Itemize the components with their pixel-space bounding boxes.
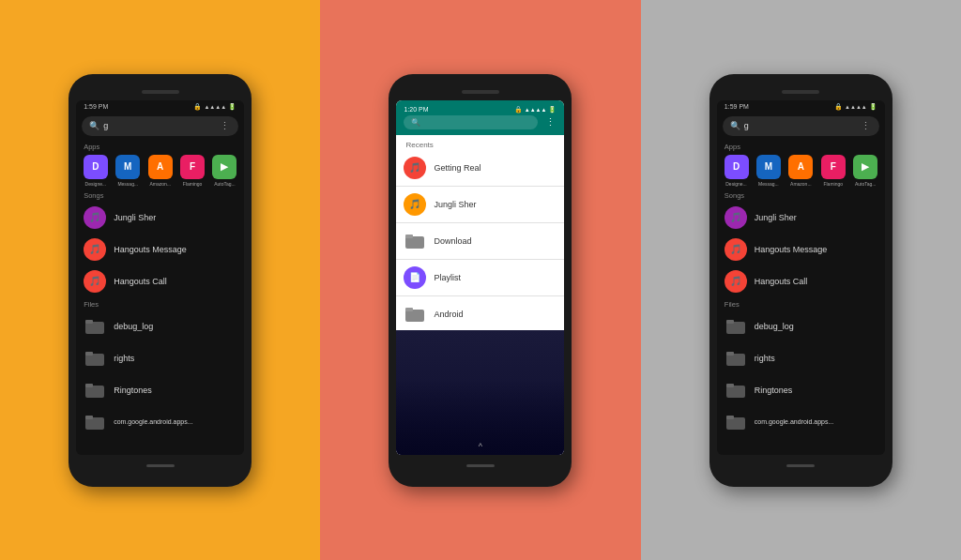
middle-search-row: 🔍 ⋮ [404, 115, 557, 129]
rights-text-left: rights [114, 354, 134, 363]
right-home-indicator [786, 464, 815, 467]
middle-phone-bottom [396, 459, 564, 474]
list-item[interactable]: debug_log [717, 310, 885, 342]
left-status-icons: 🔒 ▲▲▲▲ 🔋 [193, 103, 236, 111]
middle-search-bar[interactable]: 🔍 [404, 115, 538, 129]
app-label-messages-r: Messag... [755, 181, 782, 187]
middle-speaker [462, 90, 499, 94]
list-item[interactable]: Download [396, 225, 564, 257]
list-item[interactable]: 🎵 Hangouts Message [717, 234, 885, 265]
hangouts-call-icon-left: 🎵 [84, 270, 106, 293]
list-item[interactable]: debug_log [76, 310, 244, 342]
list-item[interactable]: 🎵 Getting Real [396, 152, 564, 184]
left-search-bar[interactable]: 🔍 g ⋮ [82, 116, 238, 136]
svg-rect-5 [85, 384, 93, 387]
list-item[interactable]: rights [76, 342, 244, 374]
app-label-flamingo: Flamingo [178, 181, 206, 187]
jungli-sher-text-right: Jungli Sher [755, 213, 797, 222]
app-icon-messages-r: M [756, 155, 781, 179]
jungli-sher-icon-mid: 🎵 [404, 193, 426, 216]
app-label-designer: Designe... [82, 181, 109, 187]
right-screen: 1:59 PM 🔒 ▲▲▲▲ 🔋 🔍 g ⋮ Apps D Designe... [717, 100, 885, 455]
svg-rect-19 [726, 416, 734, 419]
right-phone: 1:59 PM 🔒 ▲▲▲▲ 🔋 🔍 g ⋮ Apps D Designe... [709, 74, 892, 487]
list-item[interactable]: F Flamingo [819, 155, 847, 187]
hangouts-msg-text-left: Hangouts Message [114, 245, 187, 254]
app-label-autotag: AutoTag... [211, 181, 238, 187]
middle-search-menu[interactable]: ⋮ [545, 116, 557, 129]
left-search-menu[interactable]: ⋮ [220, 120, 231, 132]
right-search-menu[interactable]: ⋮ [861, 120, 872, 132]
list-item[interactable]: A Amazon... [146, 155, 174, 187]
list-item[interactable]: 🎵 Hangouts Call [717, 265, 885, 297]
divider [396, 186, 564, 187]
list-item[interactable]: ▶ AutoTag... [851, 155, 878, 187]
right-status-icons: 🔒 ▲▲▲▲ 🔋 [834, 103, 877, 111]
com-google-text-right: com.google.android.apps... [755, 418, 833, 425]
hangouts-call-icon-right: 🎵 [725, 270, 747, 293]
left-panel: 1:59 PM 🔒 ▲▲▲▲ 🔋 🔍 g ⋮ Apps D Designe... [0, 0, 320, 560]
svg-rect-15 [726, 352, 734, 356]
list-item[interactable]: Ringtones [76, 374, 244, 406]
right-songs-label: Songs [717, 189, 885, 202]
right-time: 1:59 PM [725, 103, 749, 110]
middle-panel: 1:20 PM 🔒 ▲▲▲▲ 🔋 🔍 ⋮ Rece [320, 0, 640, 560]
debug-log-text-left: debug_log [114, 322, 153, 331]
left-apps-label: Apps [76, 140, 244, 153]
middle-search-icon: 🔍 [411, 118, 420, 127]
list-item[interactable]: 📄 Playlist [396, 262, 564, 294]
list-item[interactable]: Android [396, 298, 564, 330]
com-google-text-left: com.google.android.apps... [114, 418, 192, 425]
left-songs-label: Songs [76, 189, 244, 202]
middle-screen: 1:20 PM 🔒 ▲▲▲▲ 🔋 🔍 ⋮ Rece [396, 100, 564, 455]
svg-rect-1 [85, 320, 93, 324]
list-item[interactable]: ▶ AutoTag... [211, 155, 238, 187]
jungli-sher-text-left: Jungli Sher [114, 213, 156, 222]
right-search-icon: 🔍 [730, 121, 740, 130]
list-item[interactable]: 🎵 Jungli Sher [717, 202, 885, 234]
list-item[interactable]: M Messag... [114, 155, 142, 187]
download-icon-mid [404, 230, 426, 252]
app-icon-flamingo-r: F [821, 155, 846, 179]
list-item[interactable]: 🎵 Jungli Sher [396, 189, 564, 220]
app-icon-autotag: ▶ [212, 155, 236, 179]
list-item[interactable]: 🎵 Hangouts Call [76, 265, 244, 297]
right-search-bar[interactable]: 🔍 g ⋮ [723, 116, 879, 136]
debug-log-text-right: debug_log [755, 322, 794, 331]
app-icon-messages: M [115, 155, 140, 179]
android-text-mid: Android [434, 310, 463, 319]
jungli-sher-text-mid: Jungli Sher [434, 200, 476, 209]
list-item[interactable]: com.google.android.apps... [76, 406, 244, 438]
getting-real-text: Getting Real [434, 163, 480, 173]
app-icon-amazon: A [148, 155, 173, 179]
hangouts-msg-text-right: Hangouts Message [755, 245, 828, 254]
chevron-up-icon[interactable]: ^ [479, 442, 482, 451]
left-search-query: g [103, 121, 220, 130]
left-time: 1:59 PM [84, 103, 108, 110]
list-item[interactable]: A Amazon... [787, 155, 815, 187]
debug-log-icon-right [725, 315, 747, 338]
svg-rect-13 [726, 320, 734, 324]
list-item[interactable]: 🎵 Hangouts Message [76, 234, 244, 265]
list-item[interactable]: D Designe... [723, 155, 750, 187]
list-item[interactable]: F Flamingo [178, 155, 206, 187]
app-label-messages: Messag... [114, 181, 142, 187]
list-item[interactable]: M Messag... [755, 155, 782, 187]
list-item[interactable]: Ringtones [717, 374, 885, 406]
hangouts-msg-icon-right: 🎵 [725, 238, 747, 261]
rights-text-right: rights [755, 354, 775, 363]
com-google-icon-right [725, 411, 747, 433]
divider [396, 222, 564, 223]
list-item[interactable]: com.google.android.apps... [717, 406, 885, 438]
left-status-bar: 1:59 PM 🔒 ▲▲▲▲ 🔋 [76, 100, 244, 113]
list-item[interactable]: 🎵 Jungli Sher [76, 202, 244, 234]
app-icon-amazon-r: A [788, 155, 813, 179]
recents-container: Recents 🎵 Getting Real 🎵 Jungli Sher Dow… [396, 135, 564, 455]
android-icon-mid [404, 303, 426, 325]
left-notch [76, 87, 244, 97]
list-item[interactable]: D Designe... [82, 155, 109, 187]
middle-phone: 1:20 PM 🔒 ▲▲▲▲ 🔋 🔍 ⋮ Rece [389, 74, 572, 487]
list-item[interactable]: rights [717, 342, 885, 374]
svg-rect-7 [85, 416, 93, 419]
left-home-indicator [146, 464, 175, 467]
